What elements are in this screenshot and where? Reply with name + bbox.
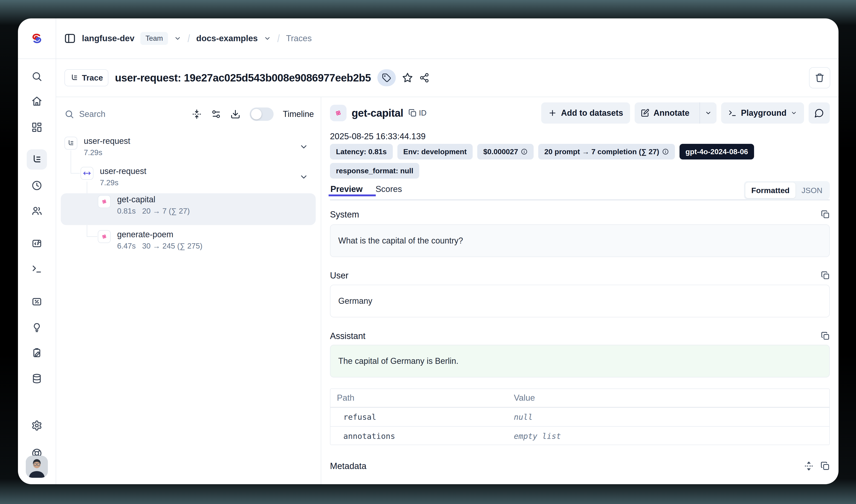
breadcrumb-separator: / — [188, 32, 190, 44]
tab-scores[interactable]: Scores — [375, 183, 404, 194]
user-section-header: User — [330, 270, 830, 281]
copy-system-button[interactable] — [821, 210, 830, 219]
comments-button[interactable] — [808, 103, 830, 124]
metadata-label: Metadata — [330, 461, 366, 471]
sidebar-toggle-icon[interactable] — [64, 33, 76, 44]
generation-node-icon — [98, 230, 111, 243]
copy-icon — [821, 331, 830, 340]
copy-user-button[interactable] — [821, 271, 830, 280]
chevron-down-icon[interactable] — [299, 173, 308, 182]
expand-metadata-button[interactable] — [804, 461, 814, 471]
playground-button[interactable]: Playground — [721, 103, 804, 124]
observation-title: get-capital — [352, 107, 404, 119]
bookmark-star-button[interactable] — [402, 72, 413, 83]
response-format-badge: response_format: null — [330, 163, 419, 179]
tab-preview[interactable]: Preview — [330, 183, 365, 194]
copy-icon — [821, 271, 830, 280]
user-label: User — [330, 271, 349, 281]
chevron-down-icon — [705, 110, 712, 116]
nav-datasets-icon[interactable] — [31, 373, 42, 384]
langfuse-logo-icon — [30, 33, 44, 44]
chevron-down-icon[interactable] — [174, 35, 181, 42]
system-message-box: What is the capital of the country? — [330, 224, 830, 257]
info-icon[interactable] — [662, 148, 669, 155]
trace-node-icon — [65, 137, 77, 149]
nav-prompts-icon[interactable] — [31, 238, 42, 249]
table-row: annotations empty list — [331, 427, 829, 446]
tree-node-user-request-span[interactable]: user-request 7.29s — [100, 166, 146, 187]
tag-button[interactable] — [377, 69, 396, 86]
trace-tree-panel: Timeline user-request — [56, 97, 321, 484]
annotate-dropdown-button[interactable] — [699, 103, 716, 124]
share-icon — [419, 73, 429, 83]
observation-badges: Latency: 0.81s Env: development $0.00002… — [330, 144, 830, 160]
copy-icon — [821, 462, 830, 471]
annotate-button[interactable]: Annotate — [635, 103, 695, 124]
breadcrumb-project[interactable]: langfuse-dev — [82, 34, 135, 43]
copy-assistant-button[interactable] — [821, 331, 830, 340]
metadata-section-header: Metadata — [330, 460, 830, 472]
tree-toolbar: Timeline — [56, 99, 321, 129]
tree-connector — [71, 173, 80, 174]
user-avatar[interactable] — [26, 456, 48, 478]
table-header-row: Path Value — [331, 389, 829, 408]
copy-icon — [821, 210, 830, 219]
tree-search[interactable] — [65, 109, 182, 119]
model-badge[interactable]: gpt-4o-2024-08-06 — [679, 144, 754, 160]
chevron-down-icon[interactable] — [299, 142, 308, 151]
nav-home-icon[interactable] — [31, 96, 42, 107]
view-formatted-option[interactable]: Formatted — [745, 182, 796, 198]
value-cell: empty list — [514, 432, 829, 441]
star-icon — [402, 72, 413, 83]
download-button[interactable] — [230, 109, 240, 119]
user-message-box: Germany — [330, 285, 830, 317]
search-input[interactable] — [79, 109, 139, 119]
nav-scores-icon[interactable] — [31, 296, 42, 307]
delete-trace-button[interactable] — [809, 67, 830, 88]
cost-badge: $0.000027 — [477, 144, 534, 160]
comment-icon — [814, 108, 824, 118]
collapse-all-button[interactable] — [192, 109, 202, 119]
nav-tracing-active[interactable] — [27, 149, 47, 169]
top-bar: langfuse-dev Team / docs-examples / Trac… — [18, 18, 839, 59]
chevron-down-icon[interactable] — [264, 35, 271, 42]
nav-rail — [18, 59, 56, 484]
nav-annotation-icon[interactable] — [31, 347, 42, 358]
plus-icon — [548, 109, 557, 118]
observation-detail-panel: get-capital ID Add to datasets — [321, 97, 839, 484]
app-window: langfuse-dev Team / docs-examples / Trac… — [18, 18, 839, 484]
tree-node-generate-poem[interactable]: generate-poem 6.47s30 → 245 (∑ 275) — [117, 230, 202, 250]
assistant-label: Assistant — [330, 331, 365, 341]
share-button[interactable] — [419, 73, 429, 83]
value-cell: null — [514, 412, 829, 421]
tree-node-user-request-root[interactable]: user-request 7.29s — [84, 136, 130, 157]
tag-icon — [382, 73, 391, 83]
search-icon — [65, 109, 74, 119]
breadcrumb-org[interactable]: docs-examples — [196, 34, 258, 43]
nav-users-icon[interactable] — [31, 205, 42, 216]
trace-type-label: Trace — [82, 73, 103, 83]
copy-id-button[interactable]: ID — [408, 109, 427, 118]
nav-playground-icon[interactable] — [31, 263, 42, 274]
add-to-datasets-button[interactable]: Add to datasets — [541, 103, 630, 124]
timeline-toggle[interactable] — [250, 107, 273, 121]
breadcrumb: langfuse-dev Team / docs-examples / Trac… — [56, 18, 839, 58]
breadcrumb-page[interactable]: Traces — [286, 34, 312, 43]
table-row: refusal null — [331, 408, 829, 427]
output-fields-table: Path Value refusal null annotations empt… — [330, 389, 830, 445]
copy-metadata-button[interactable] — [821, 462, 830, 471]
nav-search-icon[interactable] — [31, 71, 42, 82]
nav-settings-icon[interactable] — [31, 420, 42, 431]
chevron-down-icon — [791, 110, 797, 116]
fold-vertical-icon — [192, 109, 202, 119]
observation-header: get-capital ID Add to datasets — [330, 103, 830, 124]
trace-title: user-request: 19e27ac025d543b008e9086977… — [115, 72, 371, 84]
nav-sessions-icon[interactable] — [31, 180, 42, 191]
tree-node-get-capital[interactable]: get-capital 0.81s20 → 7 (∑ 27) — [117, 195, 190, 215]
tree-settings-button[interactable] — [211, 109, 221, 119]
tokens-badge: 20 prompt → 7 completion (∑ 27) — [538, 144, 675, 160]
info-icon[interactable] — [521, 148, 528, 155]
nav-evaluation-icon[interactable] — [31, 322, 42, 333]
nav-dashboard-icon[interactable] — [31, 122, 42, 133]
view-json-option[interactable]: JSON — [796, 182, 828, 198]
